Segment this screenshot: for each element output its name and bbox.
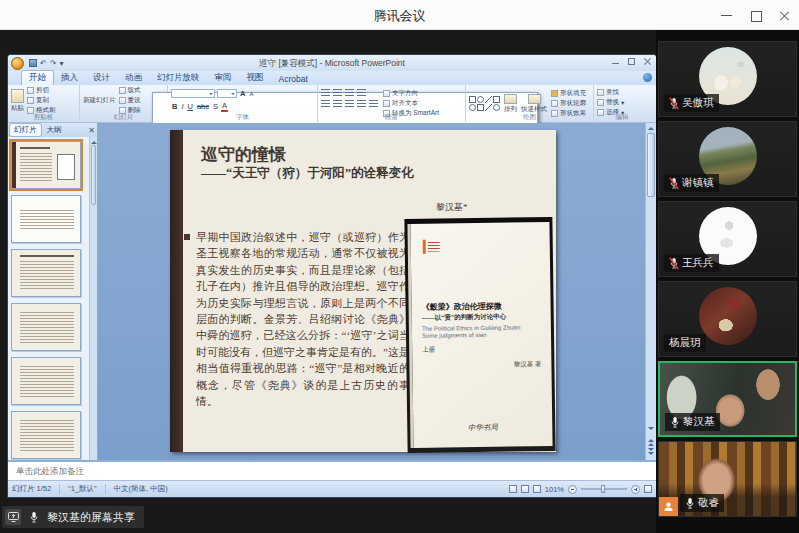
zoom-in-icon[interactable] (631, 485, 640, 494)
minimize-button[interactable] (720, 9, 733, 22)
ppt-restore-button[interactable] (627, 57, 636, 66)
text-shadow-icon[interactable]: S (212, 102, 219, 111)
shrink-font-icon[interactable]: A (248, 91, 254, 97)
thumbnails-scrollbar[interactable] (89, 137, 97, 460)
columns-icon[interactable] (369, 100, 378, 107)
slide-thumbnail-1[interactable] (11, 141, 81, 189)
ribbon-group-drawing: 排列 快速样式 形状填充 形状轮廓 形状效果 绘图 (466, 85, 594, 122)
arrange-icon (504, 94, 517, 104)
slide-thumbnail-3[interactable] (11, 249, 81, 297)
language-indicator[interactable]: 中文(简体, 中国) (114, 484, 168, 494)
slide-thumbnail-6[interactable] (11, 411, 81, 459)
slide-title: 巡守的憧憬 (201, 143, 286, 166)
participant-tile-yangchenyue[interactable]: 杨晨玥 (658, 281, 797, 357)
grow-font-icon[interactable]: A (239, 89, 246, 98)
slideshow-icon[interactable] (533, 485, 541, 493)
pane-close-icon[interactable]: ✕ (88, 126, 95, 135)
pane-tab-slides[interactable]: 幻灯片 (10, 124, 41, 136)
tab-animations[interactable]: 动画 (118, 71, 149, 85)
slide-sorter-icon[interactable] (521, 485, 529, 493)
shape-fill-button[interactable]: 形状填充 (551, 89, 586, 98)
participant-tile-xiezhenzhen[interactable]: 谢镇镇 (658, 121, 797, 197)
name-badge: 敬睿 (680, 494, 724, 512)
tab-insert[interactable]: 插入 (54, 71, 85, 85)
align-text-button[interactable]: 对齐文本 (383, 99, 439, 108)
bold-icon[interactable]: B (171, 102, 178, 111)
slide-thumbnail-2[interactable] (11, 195, 81, 243)
mic-on-icon (685, 497, 695, 510)
outdent-icon[interactable] (357, 89, 366, 96)
slide-thumbnail-4[interactable] (11, 303, 81, 351)
text-direction-button[interactable]: 文字方向 (383, 89, 439, 98)
close-button[interactable] (778, 9, 791, 22)
replace-button[interactable]: 替换▾ (597, 98, 647, 107)
align-right-icon[interactable] (345, 100, 354, 107)
align-left-icon[interactable] (321, 100, 330, 107)
slide-scrollbar[interactable] (645, 123, 656, 460)
reset-button[interactable]: 重设 (119, 96, 141, 105)
normal-view-icon[interactable] (509, 485, 517, 493)
ppt-close-button[interactable] (643, 57, 652, 66)
zoom-slider[interactable] (581, 488, 627, 490)
paste-button[interactable]: 粘贴 (11, 89, 24, 113)
slide[interactable]: 巡守的憧憬 ——“天王守（狩）于河阳”的诠释变化 黎汉基* 早期中国政治叙述中，… (170, 130, 556, 452)
participant-tile-wuaoqi[interactable]: 吴傲琪 (658, 41, 797, 117)
tab-acrobat[interactable]: Acrobat (272, 73, 315, 85)
quick-access-toolbar: ↶ ↷ ▾ (29, 59, 63, 68)
qat-dropdown-icon[interactable]: ▾ (59, 59, 63, 68)
help-icon[interactable] (643, 73, 652, 82)
redo-icon[interactable]: ↷ (50, 59, 57, 68)
previous-slide-button[interactable] (648, 436, 654, 446)
copy-button[interactable]: 复制 (27, 96, 56, 105)
participant-tile-jingrui[interactable]: 敬睿 (658, 441, 797, 517)
justify-icon[interactable] (357, 100, 366, 107)
shape-outline-button[interactable]: 形状轮廓 (551, 99, 586, 108)
align-center-icon[interactable] (333, 100, 342, 107)
shapes-gallery[interactable] (469, 96, 500, 111)
book-volume: 上册 (422, 346, 435, 355)
tab-slideshow[interactable]: 幻灯片放映 (150, 71, 207, 85)
font-family-select[interactable] (171, 89, 215, 98)
save-icon[interactable] (29, 59, 37, 67)
tab-home[interactable]: 开始 (22, 71, 53, 85)
tab-review[interactable]: 审阅 (208, 71, 239, 85)
office-button[interactable] (11, 57, 24, 70)
quick-styles-button[interactable]: 快速样式 (521, 94, 547, 114)
cut-button[interactable]: 剪切 (27, 86, 56, 95)
strikethrough-icon[interactable]: abc (196, 102, 210, 111)
pane-tab-outline[interactable]: 大纲 (43, 124, 66, 136)
bullets-icon[interactable] (321, 89, 330, 96)
ppt-minimize-button[interactable] (611, 57, 620, 66)
ribbon-group-font: A A B I U abc S A 字体 (168, 85, 318, 122)
layout-icon (119, 87, 126, 94)
shape-fill-icon (551, 90, 558, 97)
find-button[interactable]: 查找 (597, 88, 647, 97)
undo-icon[interactable]: ↶ (40, 59, 47, 68)
maximize-button[interactable] (749, 9, 762, 22)
arrange-button[interactable]: 排列 (504, 94, 517, 114)
zoom-out-icon[interactable] (568, 485, 577, 494)
participant-tile-wangbingbing[interactable]: 王兵兵 (658, 201, 797, 277)
layout-button[interactable]: 版式 (119, 86, 141, 95)
slide-canvas-area[interactable]: 巡守的憧憬 ——“天王守（狩）于河阳”的诠释变化 黎汉基* 早期中国政治叙述中，… (98, 123, 656, 460)
next-slide-button[interactable] (648, 448, 654, 458)
tab-design[interactable]: 设计 (86, 71, 117, 85)
scroll-down-icon[interactable] (648, 427, 654, 433)
indent-icon[interactable] (345, 89, 354, 96)
numbering-icon[interactable] (333, 89, 342, 96)
font-color-icon[interactable]: A (221, 101, 228, 112)
ribbon-group-paragraph: 文字方向 对齐文本 转换为 SmartArt 段落 (318, 85, 466, 122)
notes-pane[interactable]: 单击此处添加备注 (8, 460, 656, 480)
italic-icon[interactable]: I (180, 102, 184, 111)
thumbnail-list (8, 137, 89, 460)
slide-body-text: 早期中国政治叙述中，巡守（或巡狩）作为圣王视察各地的常规活动，通常不仅被视为真实… (196, 229, 410, 409)
tab-view[interactable]: 视图 (240, 71, 271, 85)
slide-thumbnail-5[interactable] (11, 357, 81, 405)
underline-icon[interactable]: U (187, 102, 194, 111)
font-size-select[interactable] (217, 89, 237, 98)
slides-pane: 幻灯片 大纲 ✕ (8, 123, 98, 460)
fit-to-window-icon[interactable] (644, 485, 652, 493)
copy-icon (27, 97, 34, 104)
participant-tile-lihanji[interactable]: 黎汉基 (658, 361, 797, 437)
new-slide-button[interactable]: 新建幻灯片 (83, 96, 116, 105)
